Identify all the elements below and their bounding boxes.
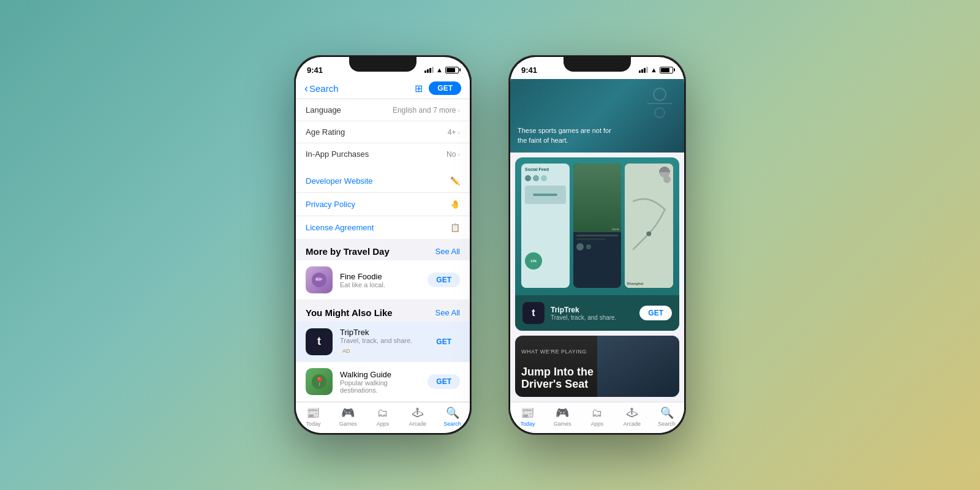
sports-card[interactable]: These sports games are not for the faint… xyxy=(510,79,684,153)
license-agreement-label: License Agreement xyxy=(306,223,374,232)
games-icon-1: 🎮 xyxy=(341,406,355,420)
apps-icon-2: 🗂 xyxy=(592,407,603,420)
arcade-icon-2: 🕹 xyxy=(627,407,638,420)
developer-website-link[interactable]: Developer Website ✏️ xyxy=(296,170,470,193)
iap-value: No › xyxy=(447,150,460,159)
tab-today-2[interactable]: 📰 Today xyxy=(510,406,545,427)
language-chevron: › xyxy=(458,107,460,114)
triptrek-row: t TripTrek Travel, track, and share. AD … xyxy=(296,322,470,362)
playing-card[interactable]: WHAT WE'RE PLAYING Jump Into the Driver'… xyxy=(515,336,679,397)
apps-icon-1: 🗂 xyxy=(377,407,388,420)
tab-bar-2: 📰 Today 🎮 Games 🗂 Apps 🕹 Arcade 🔍 xyxy=(510,402,684,433)
filter-icon[interactable]: ⊞ xyxy=(415,83,423,94)
wifi-icon-2: ▲ xyxy=(650,66,657,74)
screenshot-map: Shanghai xyxy=(625,164,673,288)
svg-point-6 xyxy=(655,108,665,118)
showcase-app-icon: t xyxy=(522,302,545,324)
status-icons-1: ▲ xyxy=(424,66,459,74)
screenshot-photo: Jane xyxy=(573,164,622,288)
sports-decoration xyxy=(641,85,678,122)
tab-arcade-2[interactable]: 🕹 Arcade xyxy=(614,407,649,427)
iap-row[interactable]: In-App Purchases No › xyxy=(296,143,470,165)
signal-icon-1 xyxy=(424,67,434,73)
walking-guide-row: 📍 Walking Guide Popular walking destinat… xyxy=(296,362,470,402)
get-button[interactable]: GET xyxy=(429,81,461,95)
today-icon-1: 📰 xyxy=(306,406,320,420)
more-by-header: More by Travel Day See All xyxy=(296,239,470,260)
age-rating-label: Age Rating xyxy=(306,127,345,137)
triptrek-get[interactable]: GET xyxy=(428,334,460,349)
fine-foodie-get[interactable]: GET xyxy=(428,273,460,287)
sports-text: These sports games are not for the faint… xyxy=(518,127,611,143)
tab-today-1[interactable]: 📰 Today xyxy=(296,406,331,427)
search-label-1: Search xyxy=(443,421,461,427)
info-section: Language English and 7 more › Age Rating… xyxy=(296,99,470,165)
edit-icon: ✏️ xyxy=(450,176,460,186)
tab-games-1[interactable]: 🎮 Games xyxy=(331,406,366,427)
phone-1: 9:41 ▲ ‹ Search ⊞ xyxy=(294,55,472,435)
more-by-see-all[interactable]: See All xyxy=(435,247,460,256)
age-rating-value: 4+ › xyxy=(448,128,460,137)
iap-label: In-App Purchases xyxy=(306,149,369,159)
today-label-1: Today xyxy=(306,421,320,427)
tab-search-2[interactable]: 🔍 Search xyxy=(649,406,684,427)
tab-apps-1[interactable]: 🗂 Apps xyxy=(366,407,401,427)
showcase-screenshots: Social Feed 13k xyxy=(515,157,679,294)
back-button[interactable]: ‹ Search xyxy=(304,82,339,95)
walking-get[interactable]: GET xyxy=(428,374,460,389)
developer-website-label: Developer Website xyxy=(306,176,373,186)
showcase-app-info: t TripTrek Travel, track, and share. GET xyxy=(515,295,679,331)
clipboard-icon: 📋 xyxy=(450,223,460,232)
status-time-1: 9:41 xyxy=(307,66,323,75)
today-label-2: Today xyxy=(520,421,535,427)
walking-info: Walking Guide Popular walking destinatio… xyxy=(340,370,420,394)
notch-1 xyxy=(349,57,417,72)
search-label-2: Search xyxy=(658,421,676,427)
fine-foodie-row: ✏ Fine Foodie Eat like a local. GET xyxy=(296,260,470,300)
age-rating-row[interactable]: Age Rating 4+ › xyxy=(296,121,470,143)
screenshot-social: Social Feed 13k xyxy=(521,164,570,288)
showcase-app-name: TripTrek xyxy=(551,306,633,314)
showcase-card[interactable]: Social Feed 13k xyxy=(515,157,679,331)
status-icons-2: ▲ xyxy=(639,66,673,74)
also-like-see-all[interactable]: See All xyxy=(435,308,460,317)
tab-arcade-1[interactable]: 🕹 Arcade xyxy=(400,407,435,427)
nav-action-icons: ⊞ GET xyxy=(415,81,461,95)
showcase-text: TripTrek Travel, track, and share. xyxy=(551,306,633,321)
privacy-policy-link[interactable]: Privacy Policy 🤚 xyxy=(296,193,470,216)
triptrek-desc: Travel, track, and share. xyxy=(340,337,420,344)
tab-games-2[interactable]: 🎮 Games xyxy=(545,406,580,427)
language-value: English and 7 more › xyxy=(393,106,460,115)
search-icon-1: 🔍 xyxy=(446,406,459,420)
svg-point-4 xyxy=(654,88,666,100)
age-chevron: › xyxy=(458,129,460,136)
signal-icon-2 xyxy=(639,67,648,73)
links-section: Developer Website ✏️ Privacy Policy 🤚 Li… xyxy=(296,170,470,239)
walking-name: Walking Guide xyxy=(340,370,420,379)
today-scroll: These sports games are not for the faint… xyxy=(510,79,684,402)
fine-foodie-info: Fine Foodie Eat like a local. xyxy=(340,272,420,288)
fine-foodie-icon: ✏ xyxy=(306,266,333,293)
fine-foodie-desc: Eat like a local. xyxy=(340,281,420,288)
license-agreement-link[interactable]: License Agreement 📋 xyxy=(296,216,470,239)
phone-2: 9:41 ▲ xyxy=(508,55,686,435)
fine-foodie-name: Fine Foodie xyxy=(340,272,420,281)
showcase-app-desc: Travel, track, and share. xyxy=(551,314,633,321)
privacy-policy-label: Privacy Policy xyxy=(306,200,355,209)
also-like-header: You Might Also Like See All xyxy=(296,300,470,322)
language-row[interactable]: Language English and 7 more › xyxy=(296,99,470,121)
phone2-content: These sports games are not for the faint… xyxy=(510,79,684,433)
also-like-title: You Might Also Like xyxy=(306,307,393,318)
battery-icon-1 xyxy=(445,67,459,74)
showcase-get-button[interactable]: GET xyxy=(639,306,672,320)
tab-search-1[interactable]: 🔍 Search xyxy=(435,406,470,427)
iap-chevron: › xyxy=(458,151,460,158)
games-label-2: Games xyxy=(554,421,571,427)
arcade-label-2: Arcade xyxy=(624,421,641,427)
back-chevron-icon: ‹ xyxy=(304,82,308,95)
svg-text:📍: 📍 xyxy=(314,377,325,387)
arcade-label-1: Arcade xyxy=(409,421,427,427)
tab-apps-2[interactable]: 🗂 Apps xyxy=(580,407,615,427)
hand-icon: 🤚 xyxy=(450,200,460,209)
triptrek-icon: t xyxy=(306,328,333,355)
